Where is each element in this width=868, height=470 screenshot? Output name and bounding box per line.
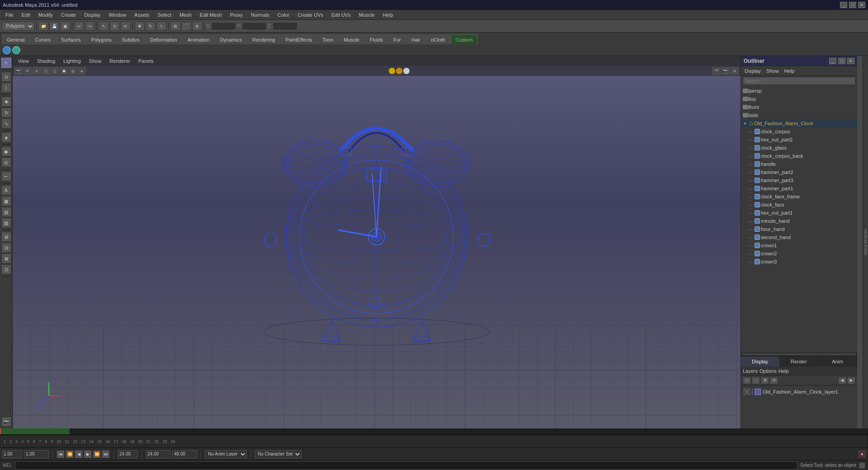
lp-scroll-left[interactable]: ◀	[838, 377, 846, 384]
outliner-item-side[interactable]: side	[741, 111, 857, 119]
vp-hud-btn[interactable]: H	[731, 67, 739, 75]
outliner-item-second-hand[interactable]: — second_hand	[746, 233, 857, 241]
outliner-item-crown1[interactable]: — crown1	[746, 241, 857, 249]
mode-selector[interactable]: Polygons	[2, 22, 34, 31]
layout3-btn[interactable]: ⊠	[1, 254, 11, 263]
outliner-item-clock-face-frame[interactable]: — clock_face_frame	[746, 193, 857, 201]
menu-file[interactable]: File	[2, 11, 17, 19]
show-render-btn[interactable]: ▧	[1, 218, 11, 228]
x-field[interactable]	[211, 22, 236, 30]
tab-custom[interactable]: Custom	[451, 34, 478, 44]
outliner-close[interactable]: ✕	[847, 58, 854, 64]
vp-aa-btn[interactable]: A	[78, 67, 86, 75]
outliner-item-handle[interactable]: — handle	[746, 160, 857, 168]
lasso-tool[interactable]: ⊙	[110, 22, 120, 31]
tab-deformation[interactable]: Deformation	[145, 34, 182, 44]
layer-menu-options[interactable]: Options	[760, 368, 777, 374]
layer-tab-display[interactable]: Display	[741, 357, 780, 367]
tab-fur[interactable]: Fur	[388, 34, 406, 44]
tab-surfaces[interactable]: Surfaces	[56, 34, 85, 44]
scene-button[interactable]: ▣	[60, 22, 70, 31]
tab-toon[interactable]: Toon	[317, 34, 338, 44]
redo-button[interactable]: ↪	[85, 22, 95, 31]
play-back-btn[interactable]: ◀	[75, 450, 83, 458]
vp-light-dot-orange[interactable]	[396, 68, 402, 74]
vp-grid-btn[interactable]: #	[33, 67, 41, 75]
menu-edit-mesh[interactable]: Edit Mesh	[196, 11, 226, 19]
tab-painteffects[interactable]: PaintEffects	[281, 34, 317, 44]
tab-muscle[interactable]: Muscle	[339, 34, 364, 44]
quick-layout-btn[interactable]: ⊞	[1, 232, 11, 242]
paint-tool[interactable]: ✏	[121, 22, 131, 31]
layout2-btn[interactable]: ⊟	[1, 243, 11, 253]
y-field[interactable]	[242, 22, 267, 30]
jump-end-btn[interactable]: ⏭	[102, 450, 110, 458]
vp-hardware-btn[interactable]: ⬢	[60, 67, 68, 75]
scale-tool[interactable]: ⤡	[156, 22, 166, 31]
outliner-item-hex-nut-part1[interactable]: — hex_nut_part1	[746, 209, 857, 217]
vp-menu-lighting[interactable]: Lighting	[60, 57, 85, 65]
menu-create-uvs[interactable]: Create UVs	[294, 11, 327, 19]
layer-menu-help[interactable]: Help	[778, 368, 789, 374]
range-end2-input[interactable]	[172, 450, 197, 458]
menu-color[interactable]: Color	[274, 11, 293, 19]
vp-light-dot-yellow[interactable]	[389, 68, 395, 74]
timeline-cursor[interactable]	[0, 428, 1, 434]
outliner-item-crown2[interactable]: — crown2	[746, 249, 857, 258]
measure-btn[interactable]: ⊢	[1, 171, 11, 181]
open-button[interactable]: 📁	[38, 22, 48, 31]
layer-item[interactable]: V Old_Fashion_Alarm_Clock_layer1	[743, 387, 855, 396]
undo-button[interactable]: ↩	[74, 22, 84, 31]
layer-menu-layers[interactable]: Layers	[743, 368, 758, 374]
outliner-item-top[interactable]: top	[741, 95, 857, 103]
menu-mesh[interactable]: Mesh	[176, 11, 195, 19]
lp-scroll-right[interactable]: ▶	[847, 377, 855, 384]
rotate-tool[interactable]: ↻	[146, 22, 156, 31]
soft-mod-btn[interactable]: ◉	[1, 146, 11, 156]
z-field[interactable]	[273, 22, 297, 30]
jump-start-btn[interactable]: ⏮	[57, 450, 65, 458]
layer-color-swatch[interactable]	[755, 389, 761, 395]
end-frame-input[interactable]	[118, 450, 138, 458]
outliner-item-clock-corpus-back[interactable]: — clock_corpus_back	[746, 152, 857, 160]
menu-proxy[interactable]: Proxy	[226, 11, 246, 19]
vp-light-dot-white[interactable]	[403, 68, 410, 74]
vp-menu-renderer[interactable]: Renderer	[106, 57, 134, 65]
tab-general[interactable]: General	[2, 34, 29, 44]
outliner-item-crown3[interactable]: — crown3	[746, 258, 857, 266]
layout4-btn[interactable]: ⊡	[1, 264, 11, 274]
range-end-input[interactable]	[146, 450, 170, 458]
outliner-menu-display[interactable]: Display	[743, 67, 763, 75]
menu-edit[interactable]: Edit	[18, 11, 34, 19]
tab-curves[interactable]: Curves	[30, 34, 56, 44]
outliner-item-clock-group[interactable]: ▼ ⬡ Old_Fashion_Alarm_Clock	[741, 119, 857, 127]
maximize-button[interactable]: □	[849, 2, 856, 8]
outliner-item-minute-hand[interactable]: — minute_hand	[746, 217, 857, 225]
outliner-item-clock-corpus[interactable]: — clock_corpus	[746, 127, 857, 136]
tab-fluids[interactable]: Fluids	[365, 34, 388, 44]
layer-tab-render[interactable]: Render	[780, 357, 819, 367]
timeline-track[interactable]	[0, 428, 868, 435]
menu-modify[interactable]: Modify	[35, 11, 57, 19]
layer-visibility-toggle[interactable]: V	[744, 389, 750, 395]
minimize-button[interactable]: _	[840, 2, 847, 8]
attribute-editor-strip[interactable]: Attribute Editor	[863, 56, 868, 428]
layer-tab-anim[interactable]: Anim	[818, 357, 857, 367]
outliner-item-persp[interactable]: persp	[741, 87, 857, 95]
lasso-select-btn[interactable]: ⌇	[1, 83, 11, 93]
tab-animation[interactable]: Animation	[183, 34, 215, 44]
lp-refresh-btn[interactable]: ↺	[770, 377, 778, 384]
tab-subdivs[interactable]: Subdivs	[117, 34, 145, 44]
outliner-item-clock-glass[interactable]: — clock_glass	[746, 144, 857, 152]
quick-circle-teal[interactable]	[12, 46, 20, 54]
save-button[interactable]: 💾	[49, 22, 59, 31]
vp-isolate-btn[interactable]: ◎	[69, 67, 77, 75]
move-btn[interactable]: ✚	[1, 97, 11, 107]
play-forward-btn[interactable]: ▶	[84, 450, 92, 458]
prev-frame-btn[interactable]: ⏪	[66, 450, 74, 458]
menu-window[interactable]: Window	[105, 11, 130, 19]
lp-options-btn[interactable]: ⚙	[761, 377, 769, 384]
outliner-item-hex-nut-part2[interactable]: — hex_nut_part2	[746, 136, 857, 144]
vp-render-btn[interactable]: 🎬	[712, 67, 721, 75]
annotation-btn[interactable]: A	[1, 185, 11, 195]
